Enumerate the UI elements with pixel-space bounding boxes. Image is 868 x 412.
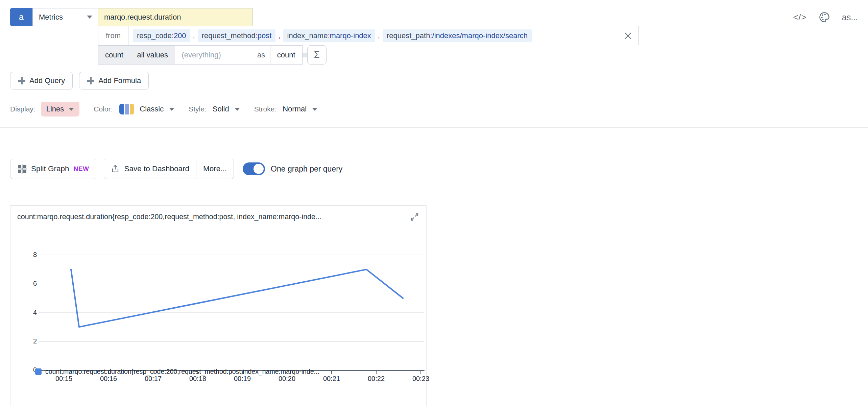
- add-formula-button[interactable]: Add Formula: [79, 72, 149, 89]
- more-label: More...: [203, 164, 227, 173]
- x-axis-label-00:22: 00:22: [363, 375, 390, 383]
- y-axis-label-2: 2: [22, 337, 37, 345]
- chart-legend[interactable]: count:marqo.request.duration{resp_code:2…: [35, 368, 319, 376]
- chart-card: count:marqo.request.duration{resp_code:2…: [10, 205, 427, 406]
- sigma-function-button[interactable]: Σ: [307, 45, 327, 65]
- chevron-down-icon: [69, 108, 74, 111]
- split-grid-icon: [18, 164, 27, 174]
- save-to-dashboard-label: Save to Dashboard: [124, 164, 189, 173]
- display-type-dropdown[interactable]: Lines: [41, 102, 80, 117]
- split-graph-label: Split Graph: [31, 164, 69, 173]
- metric-input-value: marqo.request.duration: [104, 13, 181, 22]
- chart-title-bar: count:marqo.request.duration{resp_code:2…: [10, 206, 426, 228]
- from-label: from: [98, 26, 128, 45]
- aggregation-row: count all values (everything) as count Σ: [98, 45, 327, 65]
- section-divider: [0, 127, 868, 128]
- filter-value: /indexes/marqo-index/search: [432, 31, 528, 40]
- add-query-button[interactable]: Add Query: [10, 72, 73, 89]
- chevron-down-icon: [312, 108, 317, 111]
- graph-toolbar: Split Graph NEW Save to Dashboard More..…: [10, 159, 342, 179]
- style-label: Style:: [189, 105, 207, 113]
- chart-plot-area[interactable]: 0246800:1500:1600:1700:1800:1900:2000:21…: [10, 228, 426, 406]
- x-axis-label-00:21: 00:21: [318, 375, 345, 383]
- y-axis-label-8: 8: [22, 251, 37, 259]
- display-options-row: Display: Lines Color: Classic Style: Sol…: [10, 102, 317, 117]
- query-row: a Metrics marqo.request.duration: [10, 8, 253, 26]
- expand-chart-button[interactable]: [409, 212, 419, 222]
- color-value: Classic: [140, 105, 164, 113]
- chevron-down-icon: [87, 16, 92, 19]
- y-axis-label-4: 4: [22, 309, 37, 316]
- x-tick: [331, 371, 332, 374]
- x-axis-label-00:23: 00:23: [407, 375, 434, 383]
- plus-icon: [87, 77, 94, 84]
- code-view-icon[interactable]: </>: [793, 12, 807, 23]
- palette-icon[interactable]: [818, 11, 830, 23]
- legend-swatch: [35, 368, 42, 375]
- filter-value: marqo-index: [330, 31, 371, 40]
- add-formula-label: Add Formula: [98, 76, 141, 85]
- one-graph-per-query-label: One graph per query: [271, 164, 342, 174]
- style-value: Solid: [213, 105, 229, 113]
- x-axis-label-00:15: 00:15: [50, 375, 77, 383]
- chevron-down-icon: [235, 108, 240, 111]
- legend-label: count:marqo.request.duration{resp_code:2…: [45, 368, 319, 376]
- display-label: Display:: [10, 105, 35, 113]
- chevron-down-icon: [169, 108, 174, 111]
- clear-filters-button[interactable]: [623, 31, 633, 41]
- export-icon: [111, 164, 120, 173]
- y-axis-label-6: 6: [22, 280, 37, 287]
- split-graph-button[interactable]: Split Graph NEW: [10, 159, 96, 179]
- save-to-dashboard-button[interactable]: Save to Dashboard: [104, 159, 196, 179]
- stroke-label: Stroke:: [254, 105, 277, 113]
- y-axis-label-0: 0: [22, 366, 37, 374]
- more-button[interactable]: More...: [196, 159, 234, 179]
- chart-title: count:marqo.request.duration{resp_code:2…: [17, 213, 409, 221]
- expand-icon: [410, 212, 419, 222]
- stroke-dropdown[interactable]: Normal: [283, 105, 317, 113]
- series-line: [71, 269, 403, 327]
- as-menu-item[interactable]: as...: [842, 12, 858, 22]
- metrics-explorer: a Metrics marqo.request.duration from re…: [0, 0, 868, 412]
- x-axis-label-00:20: 00:20: [273, 375, 300, 383]
- filter-chip-index_name[interactable]: index_name:marqo-index: [283, 29, 375, 42]
- filter-chip-request_path[interactable]: request_path:/indexes/marqo-index/search: [383, 29, 532, 42]
- as-label: as: [252, 45, 270, 65]
- data-source-label: Metrics: [39, 13, 63, 22]
- query-letter-badge: a: [10, 8, 32, 26]
- color-palette-icon: [119, 104, 134, 114]
- filter-key: index_name: [287, 31, 328, 40]
- x-tick: [376, 371, 377, 374]
- color-label: Color:: [94, 105, 113, 113]
- filter-key: request_method: [202, 31, 256, 40]
- alias-select[interactable]: count: [270, 45, 303, 65]
- filter-key: request_path: [387, 31, 430, 40]
- row-connector: [303, 53, 307, 57]
- dashboard-button-group: Save to Dashboard More...: [104, 159, 234, 179]
- filter-value: post: [258, 31, 272, 40]
- toggle-knob: [254, 164, 264, 174]
- aggregator-select[interactable]: count: [98, 45, 130, 65]
- filter-chip-list: resp_code:200,request_method:post,index_…: [128, 29, 532, 42]
- x-axis-label-00:18: 00:18: [184, 375, 211, 383]
- one-graph-per-query-toggle[interactable]: [243, 162, 265, 175]
- chart-series-svg: [39, 236, 424, 371]
- group-by-input[interactable]: (everything): [175, 45, 252, 65]
- space-aggregation-select[interactable]: all values: [130, 45, 175, 65]
- filter-separator: ,: [193, 31, 195, 40]
- filter-value: 200: [174, 31, 186, 40]
- metric-input[interactable]: marqo.request.duration: [98, 8, 253, 26]
- color-dropdown[interactable]: Classic: [140, 105, 174, 113]
- filter-chip-request_method[interactable]: request_method:post: [198, 29, 276, 42]
- filter-separator: ,: [378, 31, 380, 40]
- add-query-label: Add Query: [29, 76, 65, 85]
- new-badge: NEW: [74, 165, 89, 173]
- x-axis-label-00:19: 00:19: [229, 375, 256, 383]
- plus-icon: [18, 77, 25, 84]
- data-source-dropdown[interactable]: Metrics: [32, 8, 98, 26]
- filter-chip-resp_code[interactable]: resp_code:200: [133, 29, 190, 42]
- style-dropdown[interactable]: Solid: [213, 105, 240, 113]
- top-right-controls: </> as...: [793, 11, 858, 23]
- display-type-value: Lines: [46, 105, 64, 113]
- filter-row: from resp_code:200,request_method:post,i…: [98, 26, 639, 45]
